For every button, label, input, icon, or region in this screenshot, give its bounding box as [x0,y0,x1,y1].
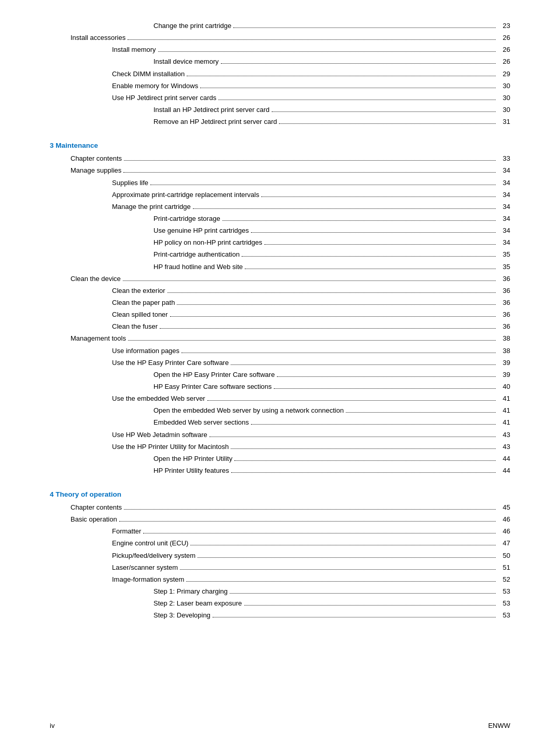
toc-page-number: 47 [498,538,510,549]
toc-entry: Use the HP Printer Utility for Macintosh… [50,442,510,452]
toc-dots [119,521,496,522]
toc-entry: Basic operation46 [50,514,510,525]
toc-entry-label: Print-cartridge authentication [153,249,240,260]
toc-dots [251,424,496,425]
toc-dots [272,111,496,112]
toc-entry: HP Printer Utility features44 [50,466,510,476]
toc-entry-label: Change the print cartridge [153,21,231,31]
toc-page-number: 29 [498,69,510,79]
toc-entry: Engine control unit (ECU)47 [50,538,510,549]
toc-page-number: 45 [498,502,510,513]
toc-dots [123,280,496,281]
toc-entry: Use genuine HP print cartridges34 [50,226,510,236]
toc-dots [124,509,496,510]
toc-entry-label: HP Easy Printer Care software sections [153,382,272,392]
toc-dots [177,304,496,305]
toc-block-2: Chapter contents45Basic operation46Forma… [50,502,510,621]
toc-entry-label: Use genuine HP print cartridges [153,226,249,236]
toc-container: Change the print cartridge23Install acce… [50,21,510,621]
toc-entry: Step 1: Primary charging53 [50,586,510,597]
toc-entry: Approximate print-cartridge replacement … [50,190,510,200]
toc-entry: Use the HP Easy Printer Care software39 [50,358,510,368]
toc-entry: Install accessories26 [50,33,510,43]
toc-dots [231,364,496,365]
toc-entry: Step 3: Developing53 [50,610,510,621]
toc-page-number: 23 [498,21,510,31]
toc-entry: Clean the paper path36 [50,298,510,308]
toc-entry-label: Clean the paper path [112,298,175,308]
toc-entry-label: Engine control unit (ECU) [112,538,188,549]
toc-entry-label: Install memory [112,45,156,55]
toc-entry: Enable memory for Windows30 [50,81,510,91]
toc-page-number: 53 [498,610,510,621]
toc-entry-label: Use the HP Printer Utility for Macintosh [112,442,229,452]
toc-entry-label: Manage supplies [71,165,121,176]
toc-dots [207,400,496,401]
toc-entry: Chapter contents45 [50,502,510,513]
toc-dots [279,123,496,124]
toc-dots [209,437,496,437]
toc-page-number: 30 [498,81,510,91]
toc-entry: Clean the exterior36 [50,286,510,296]
toc-page-number: 36 [498,298,510,308]
toc-dots [193,208,496,209]
toc-page-number: 53 [498,586,510,597]
toc-page-number: 36 [498,321,510,332]
toc-entry: Manage supplies34 [50,165,510,176]
toc-dots [244,605,496,606]
toc-entry-label: Step 3: Developing [153,610,211,621]
toc-dots [233,27,496,28]
toc-entry: Manage the print cartridge34 [50,202,510,212]
toc-entry: Use the embedded Web server41 [50,393,510,404]
toc-page-number: 34 [498,214,510,224]
toc-entry-label: Print-cartridge storage [153,214,220,224]
toc-dots [222,220,496,221]
toc-entry-label: HP policy on non-HP print cartridges [153,237,262,248]
toc-page-number: 26 [498,57,510,67]
toc-page-number: 41 [498,417,510,428]
toc-dots [186,581,496,582]
toc-entry: Change the print cartridge23 [50,21,510,31]
toc-dots [242,256,496,257]
toc-block-top: Change the print cartridge23Install acce… [50,21,510,127]
toc-entry: Use information pages38 [50,346,510,356]
toc-entry-label: Formatter [112,526,141,537]
toc-entry: Print-cartridge storage34 [50,214,510,224]
toc-entry: Laser/scanner system51 [50,563,510,573]
toc-entry: Clean the fuser36 [50,321,510,332]
toc-entry-label: Step 2: Laser beam exposure [153,598,242,609]
toc-page-number: 33 [498,153,510,164]
toc-entry: Check DIMM installation29 [50,69,510,79]
toc-entry-label: Basic operation [71,514,117,525]
toc-dots [181,353,496,353]
toc-page-number: 34 [498,237,510,248]
toc-entry: Embedded Web server sections41 [50,417,510,428]
section-heading: 4 Theory of operation [50,490,510,498]
toc-page-number: 53 [498,598,510,609]
toc-page-number: 39 [498,358,510,368]
toc-page-number: 40 [498,382,510,392]
toc-dots [245,269,496,269]
toc-page-number: 50 [498,551,510,561]
toc-entry-label: Clean spilled toner [112,310,168,320]
toc-entry-label: Remove an HP Jetdirect print server card [153,117,277,127]
toc-dots [251,232,496,233]
toc-entry-label: Manage the print cartridge [112,202,191,212]
toc-entry-label: Install an HP Jetdirect print server car… [153,105,270,115]
toc-entry: HP Easy Printer Care software sections40 [50,382,510,392]
toc-entry-label: Approximate print-cartridge replacement … [112,190,259,200]
toc-page-number: 41 [498,393,510,404]
toc-dots [277,376,496,377]
toc-entry-label: Supplies life [112,178,148,188]
toc-entry: Chapter contents33 [50,153,510,164]
toc-entry: HP fraud hotline and Web site35 [50,262,510,272]
toc-entry-label: Clean the device [71,274,121,284]
toc-dots [218,100,496,100]
toc-entry: Use HP Jetdirect print server cards30 [50,93,510,103]
toc-entry: Step 2: Laser beam exposure53 [50,598,510,609]
toc-page-number: 31 [498,117,510,127]
toc-entry: Open the embedded Web server by using a … [50,405,510,416]
toc-page-number: 34 [498,190,510,200]
toc-dots [261,196,496,197]
toc-entry-label: Install accessories [71,33,125,43]
